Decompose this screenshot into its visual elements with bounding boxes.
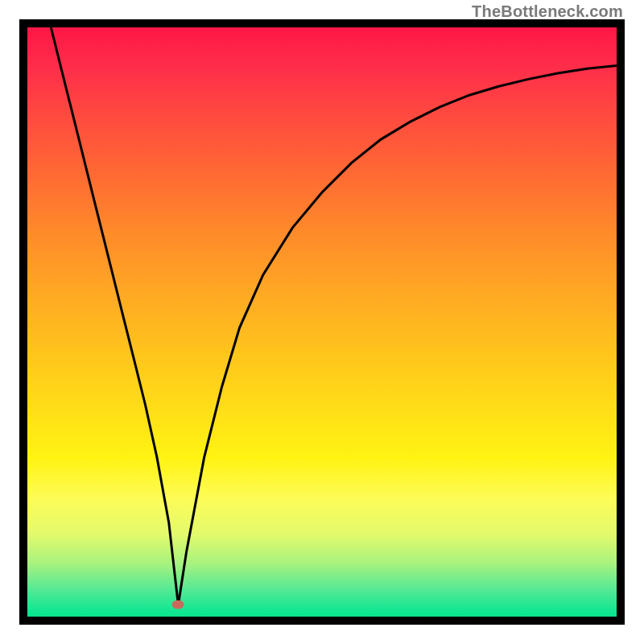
minimum-marker	[172, 601, 184, 609]
bottleneck-curve	[51, 27, 617, 605]
curve-layer	[27, 27, 617, 617]
plot-area	[27, 27, 617, 617]
attribution-text: TheBottleneck.com	[472, 2, 623, 21]
chart-container: TheBottleneck.com	[0, 0, 644, 644]
